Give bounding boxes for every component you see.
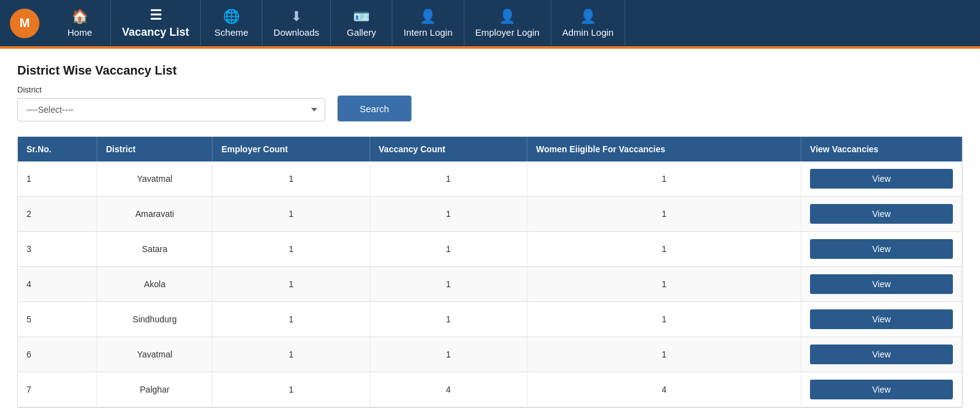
cell-vacancy_count: 1 <box>370 267 527 302</box>
nav-item-scheme[interactable]: 🌐 Scheme <box>201 0 262 46</box>
filter-section: District ----Select---- Search <box>17 85 963 121</box>
cell-view: View <box>801 197 962 232</box>
table-row: 7Palghar144View <box>18 372 962 407</box>
table-row: 4Akola111View <box>18 267 962 302</box>
cell-view: View <box>801 337 962 372</box>
cell-employer_count: 1 <box>213 372 370 407</box>
admin-login-label: Admin Login <box>562 27 614 38</box>
cell-vacancy_count: 4 <box>370 372 527 407</box>
nav-item-downloads[interactable]: ⬇ Downloads <box>262 0 331 46</box>
nav-item-admin-login[interactable]: 👤 Admin Login <box>551 0 625 46</box>
col-header: Women Eiigible For Vaccancies <box>527 137 801 161</box>
cell-district: Yavatmal <box>97 337 212 372</box>
vacancy-table-container: Sr.No.DistrictEmployer CountVaccancy Cou… <box>17 136 963 408</box>
cell-vacancy_count: 1 <box>370 337 527 372</box>
employer-login-icon: 👤 <box>499 9 516 25</box>
cell-vacancy_count: 1 <box>370 302 527 337</box>
cell-vacancy_count: 1 <box>370 197 527 232</box>
cell-employer_count: 1 <box>213 337 370 372</box>
nav-item-gallery[interactable]: 🪪 Gallery <box>331 0 392 46</box>
cell-view: View <box>801 372 962 407</box>
cell-vacancy_count: 1 <box>370 161 527 197</box>
cell-women: 1 <box>527 267 801 302</box>
view-button[interactable]: View <box>810 204 953 224</box>
cell-srno: 3 <box>18 232 97 267</box>
nav-item-vacancy-list[interactable]: ☰ Vacancy List <box>111 0 201 46</box>
col-header: Vaccancy Count <box>370 137 527 161</box>
view-button[interactable]: View <box>810 274 953 294</box>
intern-login-label: Intern Login <box>403 27 452 38</box>
gallery-label: Gallery <box>347 27 376 38</box>
nav-item-employer-login[interactable]: 👤 Employer Login <box>464 0 551 46</box>
col-header: Sr.No. <box>18 137 97 161</box>
table-body: 1Yavatmal111View2Amaravati111View3Satara… <box>18 161 962 407</box>
view-button[interactable]: View <box>810 239 953 259</box>
cell-women: 1 <box>527 337 801 372</box>
table-row: 6Yavatmal111View <box>18 337 962 372</box>
cell-employer_count: 1 <box>213 161 370 197</box>
cell-vacancy_count: 1 <box>370 232 527 267</box>
cell-district: Amaravati <box>97 197 212 232</box>
cell-view: View <box>801 232 962 267</box>
table-row: 5Sindhudurg111View <box>18 302 962 337</box>
intern-login-icon: 👤 <box>419 9 436 25</box>
col-header: View Vaccancies <box>801 137 962 161</box>
table-row: 3Satara111View <box>18 232 962 267</box>
vacancy-list-label: Vacancy List <box>122 26 189 39</box>
col-header: Employer Count <box>213 137 370 161</box>
view-button[interactable]: View <box>810 380 953 399</box>
cell-district: Yavatmal <box>97 161 212 197</box>
employer-login-label: Employer Login <box>476 27 540 38</box>
downloads-icon: ⬇ <box>291 9 302 25</box>
gallery-icon: 🪪 <box>353 9 370 25</box>
logo-icon: M <box>10 9 39 38</box>
cell-view: View <box>801 161 962 197</box>
home-label: Home <box>67 27 92 38</box>
filter-group: District ----Select---- <box>17 85 325 121</box>
cell-women: 1 <box>527 302 801 337</box>
district-label: District <box>17 85 325 94</box>
cell-employer_count: 1 <box>213 232 370 267</box>
home-icon: 🏠 <box>71 9 88 25</box>
cell-employer_count: 1 <box>213 302 370 337</box>
table-row: 2Amaravati111View <box>18 197 962 232</box>
table-header: Sr.No.DistrictEmployer CountVaccancy Cou… <box>18 137 962 161</box>
cell-district: Akola <box>97 267 212 302</box>
cell-women: 1 <box>527 161 801 197</box>
col-header: District <box>97 137 212 161</box>
cell-women: 1 <box>527 232 801 267</box>
scheme-label: Scheme <box>214 27 248 38</box>
scheme-icon: 🌐 <box>223 9 240 25</box>
cell-employer_count: 1 <box>213 267 370 302</box>
vacancy-table: Sr.No.DistrictEmployer CountVaccancy Cou… <box>18 137 962 407</box>
downloads-label: Downloads <box>273 27 319 38</box>
search-button[interactable]: Search <box>338 96 411 121</box>
view-button[interactable]: View <box>810 169 953 189</box>
cell-view: View <box>801 267 962 302</box>
cell-women: 4 <box>527 372 801 407</box>
cell-view: View <box>801 302 962 337</box>
cell-srno: 1 <box>18 161 97 197</box>
cell-women: 1 <box>527 197 801 232</box>
admin-login-icon: 👤 <box>580 9 596 25</box>
view-button[interactable]: View <box>810 309 953 329</box>
cell-employer_count: 1 <box>213 197 370 232</box>
nav-item-home[interactable]: 🏠 Home <box>49 0 111 46</box>
vacancy-list-icon: ☰ <box>150 7 162 23</box>
nav-item-intern-login[interactable]: 👤 Intern Login <box>392 0 464 46</box>
cell-district: Satara <box>97 232 212 267</box>
table-header-row: Sr.No.DistrictEmployer CountVaccancy Cou… <box>18 137 962 161</box>
page-title: District Wise Vaccancy List <box>17 63 963 78</box>
table-row: 1Yavatmal111View <box>18 161 962 197</box>
cell-district: Palghar <box>97 372 212 407</box>
main-content: District Wise Vaccancy List District ---… <box>0 49 980 408</box>
cell-srno: 6 <box>18 337 97 372</box>
district-select[interactable]: ----Select---- <box>17 98 325 121</box>
cell-srno: 5 <box>18 302 97 337</box>
cell-srno: 4 <box>18 267 97 302</box>
nav-logo: M <box>0 0 49 46</box>
cell-srno: 2 <box>18 197 97 232</box>
cell-district: Sindhudurg <box>97 302 212 337</box>
view-button[interactable]: View <box>810 345 953 364</box>
navbar: M 🏠 Home ☰ Vacancy List 🌐 Scheme ⬇ Downl… <box>0 0 980 49</box>
